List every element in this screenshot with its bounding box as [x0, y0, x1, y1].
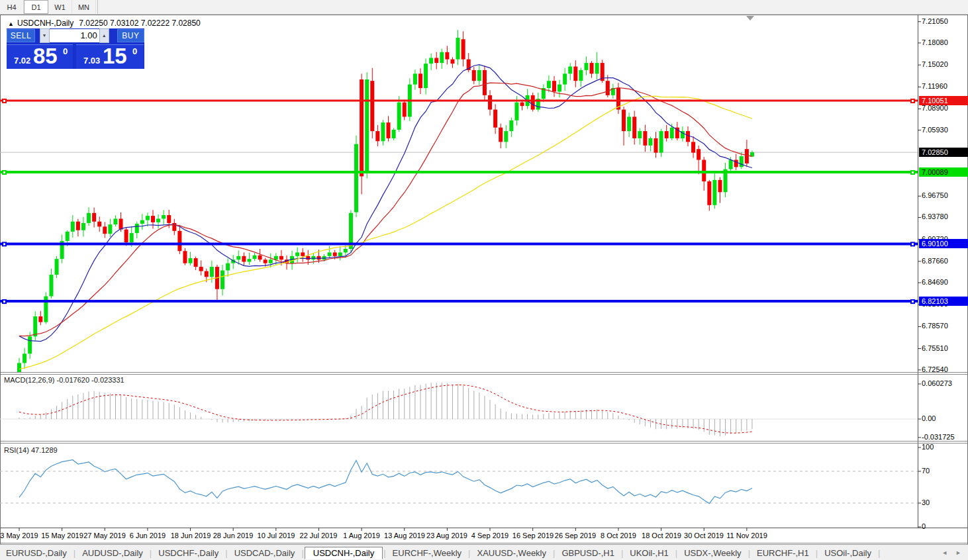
sell-price-display[interactable]: 7.02 85 0: [7, 44, 73, 69]
rsi-tick-label: 0: [922, 522, 926, 530]
chart-area[interactable]: [0, 15, 968, 545]
date-tick-label: 23 Aug 2019: [426, 532, 467, 539]
chart-tab-eurchf-weekly[interactable]: EURCHF-,Weekly: [387, 547, 468, 559]
volume-increase-button[interactable]: ▴: [99, 28, 109, 43]
date-tick-label: 8 Oct 2019: [601, 532, 636, 539]
price-tick-label: 7.05930: [922, 126, 948, 134]
price-tick-label: 6.87660: [922, 257, 948, 265]
sell-button[interactable]: SELL: [7, 29, 35, 42]
chart-tab-usdx-weekly[interactable]: USDX-,Weekly: [678, 547, 747, 559]
date-tick-label: 15 May 2019: [41, 532, 83, 539]
date-tick-label: 28 Jun 2019: [213, 532, 254, 539]
buy-button[interactable]: BUY: [117, 29, 144, 42]
macd-tick-label: -0.031725: [922, 433, 955, 441]
date-tick-label: 27 May 2019: [83, 532, 126, 539]
date-tick-label: 6 Jun 2019: [130, 532, 166, 539]
chart-tab-eurchf-h1[interactable]: EURCHF-,H1: [751, 547, 815, 559]
date-tick-label: 1 Aug 2019: [343, 532, 380, 539]
date-tick-label: 4 Sep 2019: [471, 532, 508, 539]
current-price-badge: 7.02850: [919, 148, 968, 157]
chart-tab-usdcnh-daily[interactable]: USDCNH-,Daily: [305, 547, 383, 559]
price-tick-label: 6.75510: [922, 344, 948, 352]
date-tick-label: 16 Sep 2019: [512, 532, 554, 539]
timeframe-toolbar: H4D1W1MN: [0, 0, 968, 15]
price-line-badge: 6.90100: [919, 239, 968, 248]
chart-tab-eurusd-daily[interactable]: EURUSD-,Daily: [0, 547, 73, 559]
volume-input[interactable]: [50, 29, 99, 42]
chart-tab-ukoil-h1[interactable]: UKOil-,H1: [624, 547, 675, 559]
date-tick-label: 18 Jun 2019: [171, 532, 211, 539]
chart-tabbar: EURUSD-,Daily|AUDUSD-,Daily|USDCHF-,Dail…: [0, 544, 968, 560]
date-tick-label: 13 Aug 2019: [384, 532, 425, 539]
price-tick-label: 6.84690: [922, 278, 948, 286]
price-tick-label: 7.21050: [922, 17, 948, 25]
date-tick-label: 26 Sep 2019: [555, 532, 596, 539]
macd-label: MACD(12,26,9) -0.017620 -0.023331: [4, 376, 124, 384]
chart-tab-audusd-daily[interactable]: AUDUSD-,Daily: [76, 547, 149, 559]
price-line-badge: 7.10051: [919, 96, 968, 105]
price-tick-label: 6.93780: [922, 212, 948, 220]
sell-price-sup: 0: [63, 46, 68, 56]
price-line-badge: 6.82103: [919, 297, 968, 306]
tab-separator: |: [877, 548, 881, 558]
rsi-tick-label: 30: [922, 498, 930, 506]
chart-tab-xauusd-weekly[interactable]: XAUUSD-,Weekly: [471, 547, 553, 559]
rsi-tick-label: 100: [922, 443, 934, 451]
buy-price-display[interactable]: 7.03 15 0: [76, 44, 144, 69]
macd-tick-label: 0.060273: [922, 379, 952, 387]
collapse-chart-icon[interactable]: ▲: [8, 21, 14, 27]
date-tick-label: 11 Nov 2019: [726, 532, 767, 539]
date-tick-label: 30 Oct 2019: [684, 532, 724, 539]
price-tick-label: 6.78570: [922, 322, 948, 330]
tab-scroll-right-icon[interactable]: ►: [955, 549, 961, 556]
chart-tab-gbpusd-h1[interactable]: GBPUSD-,H1: [556, 547, 620, 559]
tab-scroll-left-icon[interactable]: ◄: [942, 549, 947, 556]
date-tick-label: 18 Oct 2019: [642, 532, 681, 539]
timeframe-button-d1[interactable]: D1: [24, 0, 48, 14]
symbol-title: USDCNH-,Daily: [17, 19, 73, 28]
price-tick-label: 7.18080: [922, 38, 948, 46]
macd-tick-label: 0.00: [922, 414, 936, 422]
one-click-trade-panel: SELL ▾ ▴ BUY 7.02 85 0 7.03 15 0: [7, 28, 144, 69]
sell-price-prefix: 7.02: [14, 56, 30, 66]
ohlc-values: 7.02250 7.03102 7.02222 7.02850: [79, 19, 201, 28]
price-tick-label: 6.96750: [922, 191, 948, 199]
buy-price-big: 15: [103, 44, 127, 69]
chart-tab-usdcad-daily[interactable]: USDCAD-,Daily: [228, 547, 301, 559]
date-tick-label: 3 May 2019: [0, 532, 38, 539]
rsi-tick-label: 70: [922, 467, 930, 475]
rsi-label: RSI(14) 47.1289: [4, 446, 58, 454]
price-tick-label: 7.11960: [922, 82, 947, 90]
price-tick-label: 7.15020: [922, 60, 948, 68]
buy-price-sup: 0: [132, 46, 137, 56]
buy-price-prefix: 7.03: [83, 56, 100, 66]
price-line-badge: 7.00089: [919, 167, 968, 177]
date-tick-label: 10 Jul 2019: [258, 532, 295, 539]
sell-price-big: 85: [33, 44, 58, 69]
timeframe-button-h4[interactable]: H4: [0, 0, 24, 14]
chart-tab-usoil-daily[interactable]: USOil-,Daily: [818, 547, 877, 559]
timeframe-button-mn[interactable]: MN: [72, 0, 96, 14]
volume-decrease-button[interactable]: ▾: [40, 28, 50, 43]
chart-tab-usdchf-daily[interactable]: USDCHF-,Daily: [152, 547, 224, 559]
date-tick-label: 22 Jul 2019: [300, 532, 338, 539]
price-tick-label: 6.72540: [922, 365, 948, 373]
timeframe-button-w1[interactable]: W1: [48, 0, 72, 14]
chart-title: ▲USDCNH-,Daily7.02250 7.03102 7.02222 7.…: [8, 19, 201, 28]
